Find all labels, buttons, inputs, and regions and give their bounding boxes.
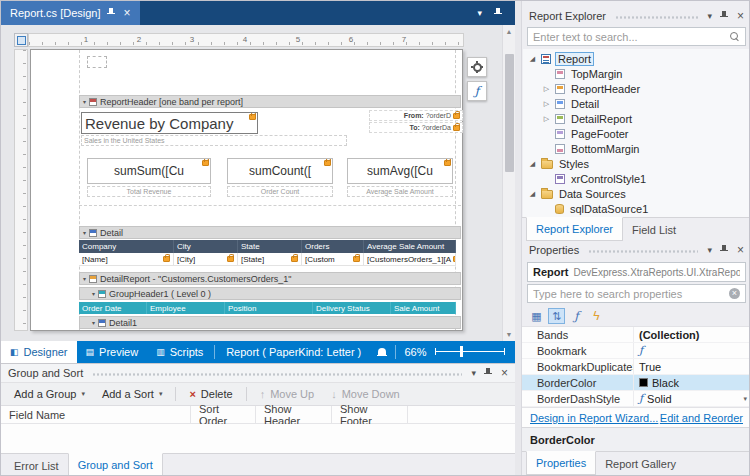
tree-item-sqldatasource1[interactable]: sqlDataSource1 bbox=[525, 201, 750, 216]
expanded-arrow-icon[interactable]: ◢ bbox=[528, 190, 537, 198]
table-header-cell[interactable]: Company bbox=[79, 240, 174, 253]
band-collapse-icon[interactable]: ▾ bbox=[83, 276, 86, 282]
report-title-label[interactable]: Revenue by Company bbox=[81, 112, 258, 134]
summary-caption[interactable]: Order Count bbox=[227, 186, 333, 197]
explorer-search-input[interactable] bbox=[533, 31, 726, 43]
designer-vertical-scrollbar[interactable]: ▲ ▼ bbox=[502, 25, 515, 341]
column-header[interactable]: Show Header bbox=[256, 406, 332, 423]
tree-item-detailreport[interactable]: ▷ DetailReport bbox=[525, 111, 750, 126]
collapsed-arrow-icon[interactable]: ▷ bbox=[542, 100, 551, 108]
pin-icon[interactable] bbox=[484, 368, 493, 378]
band-collapse-icon[interactable]: ▾ bbox=[83, 99, 86, 105]
properties-search-input[interactable] bbox=[533, 288, 725, 300]
tree-item-report[interactable]: ◢ Report bbox=[525, 51, 750, 66]
property-value[interactable]: Solid bbox=[647, 393, 671, 405]
column-header[interactable]: Sort Order bbox=[191, 406, 256, 423]
property-row-bands[interactable]: Bands (Collection) bbox=[522, 327, 750, 343]
document-tab-report-design[interactable]: Report.cs [Design] × bbox=[1, 1, 140, 25]
delete-button[interactable]: × Delete bbox=[181, 386, 240, 402]
collapsed-arrow-icon[interactable]: ▷ bbox=[542, 115, 551, 123]
report-page[interactable]: ▾ ReportHeader [one band per report] Rev… bbox=[30, 49, 463, 331]
band-strip-detail1[interactable]: ▾ Detail1 bbox=[79, 316, 461, 329]
pin-icon[interactable] bbox=[107, 8, 116, 18]
categorized-view-icon[interactable]: ▦ bbox=[528, 308, 545, 324]
column-header[interactable]: Show Footer bbox=[332, 406, 408, 423]
table-header-cell[interactable]: Delivery Status bbox=[313, 302, 391, 314]
tab-error-list[interactable]: Error List bbox=[5, 454, 68, 476]
property-row-bookmark[interactable]: Bookmark ƒ bbox=[522, 343, 750, 359]
property-value[interactable]: (Collection) bbox=[634, 329, 750, 341]
property-row-bordercolor[interactable]: BorderColor Black bbox=[522, 375, 750, 391]
expression-button[interactable]: ƒ bbox=[467, 81, 487, 101]
summary-cell-count[interactable]: sumCount([ bbox=[227, 158, 333, 184]
zoom-slider-track[interactable] bbox=[435, 351, 505, 352]
scrollbar-thumb[interactable] bbox=[505, 54, 514, 172]
fx-icon[interactable]: ƒ bbox=[639, 344, 643, 357]
pin-icon[interactable] bbox=[720, 11, 729, 21]
events-icon[interactable]: ϟ bbox=[588, 308, 605, 324]
table-cell[interactable]: [State] bbox=[238, 253, 302, 266]
band-collapse-icon[interactable]: ▾ bbox=[92, 291, 95, 297]
tree-item-topmargin[interactable]: TopMargin bbox=[525, 66, 750, 81]
customers-table-row[interactable]: [Name] [City] [State] [Custom [Customers… bbox=[79, 253, 456, 266]
customers-table-header[interactable]: Company City State Orders Average Sale A… bbox=[79, 240, 456, 253]
band-strip-groupheader1[interactable]: ▾ GroupHeader1 ( Level 0 ) bbox=[79, 287, 461, 300]
property-row-borderdashstyle[interactable]: BorderDashStyle ƒSolid▾ bbox=[522, 391, 750, 407]
chevron-down-icon[interactable]: ▾ bbox=[743, 395, 747, 403]
table-header-cell[interactable]: Employee bbox=[147, 302, 225, 314]
expressions-icon[interactable]: ƒ bbox=[568, 308, 585, 324]
add-group-button[interactable]: Add a Group ▾ bbox=[6, 386, 93, 402]
tree-item-styles[interactable]: ◢ Styles bbox=[525, 156, 750, 171]
clear-search-icon[interactable]: × bbox=[729, 288, 740, 299]
property-row-bookmarkduplicatesuppress[interactable]: BookmarkDuplicateSu True bbox=[522, 359, 750, 375]
band-collapse-icon[interactable]: ▾ bbox=[83, 230, 86, 236]
design-in-report-wizard-link[interactable]: Design in Report Wizard... bbox=[530, 412, 658, 424]
chevron-down-icon[interactable]: ▾ bbox=[707, 11, 712, 21]
smart-tag-gear-button[interactable] bbox=[467, 57, 487, 77]
bell-icon[interactable] bbox=[377, 347, 385, 358]
table-header-cell[interactable]: Sale Amount bbox=[391, 302, 456, 314]
pin-icon[interactable] bbox=[720, 245, 729, 255]
chevron-down-icon[interactable]: ▾ bbox=[477, 8, 482, 18]
zoom-slider-handle[interactable] bbox=[460, 346, 463, 357]
table-header-cell[interactable]: State bbox=[238, 240, 302, 253]
close-icon[interactable]: × bbox=[501, 367, 508, 379]
summary-cell-sum[interactable]: sumSum([Cu bbox=[87, 158, 211, 184]
table-header-cell[interactable]: Order Date bbox=[79, 302, 147, 314]
to-parameter-cell[interactable]: To: ?orderDa bbox=[369, 122, 463, 133]
table-cell[interactable]: [CustomersOrders_1][A bbox=[364, 253, 456, 266]
band-strip-detail[interactable]: ▾ Detail bbox=[79, 226, 461, 239]
close-icon[interactable]: × bbox=[123, 7, 130, 19]
close-icon[interactable]: × bbox=[737, 10, 744, 22]
chevron-down-icon[interactable]: ▾ bbox=[707, 245, 712, 255]
ruler-corner-button[interactable] bbox=[14, 33, 28, 47]
band-strip-detailreport[interactable]: ▾ DetailReport - "Customers.CustomersOrd… bbox=[79, 272, 461, 285]
tab-preview[interactable]: ▤ Preview bbox=[77, 341, 148, 363]
zoom-slider[interactable] bbox=[435, 341, 505, 363]
group-sort-empty-list[interactable] bbox=[1, 424, 515, 453]
summary-cell-avg[interactable]: sumAvg([Cu bbox=[347, 158, 453, 184]
scroll-down-button[interactable]: ▼ bbox=[503, 328, 515, 341]
tab-group-and-sort[interactable]: Group and Sort bbox=[68, 453, 163, 476]
property-value[interactable]: True bbox=[634, 361, 750, 373]
selected-object-combobox[interactable]: Report DevExpress.XtraReports.UI.XtraRep… bbox=[527, 262, 746, 282]
search-icon[interactable] bbox=[730, 32, 740, 42]
page-info-placeholder[interactable] bbox=[87, 56, 107, 68]
band-strip-reportheader[interactable]: ▾ ReportHeader [one band per report] bbox=[79, 95, 461, 108]
tree-item-xrcontrolstyle1[interactable]: xrControlStyle1 bbox=[525, 171, 750, 186]
summary-caption[interactable]: Average Sale Amount bbox=[347, 186, 453, 197]
from-parameter-cell[interactable]: From: ?orderD bbox=[369, 110, 463, 121]
move-up-button[interactable]: ↑ Move Up bbox=[252, 386, 323, 402]
close-icon[interactable]: × bbox=[737, 244, 744, 256]
tab-report-gallery[interactable]: Report Gallery bbox=[596, 452, 685, 475]
table-cell[interactable]: [Name] bbox=[79, 253, 174, 266]
chevron-down-icon[interactable]: ▾ bbox=[471, 368, 476, 378]
expanded-arrow-icon[interactable]: ◢ bbox=[528, 55, 537, 63]
tree-item-detail[interactable]: ▷ Detail bbox=[525, 96, 750, 111]
fx-icon[interactable]: ƒ bbox=[639, 392, 643, 405]
tab-designer[interactable]: ◧ Designer bbox=[1, 341, 77, 363]
tab-field-list[interactable]: Field List bbox=[623, 218, 685, 241]
expanded-arrow-icon[interactable]: ◢ bbox=[528, 160, 537, 168]
table-header-cell[interactable]: Position bbox=[225, 302, 313, 314]
tab-properties[interactable]: Properties bbox=[526, 451, 596, 475]
